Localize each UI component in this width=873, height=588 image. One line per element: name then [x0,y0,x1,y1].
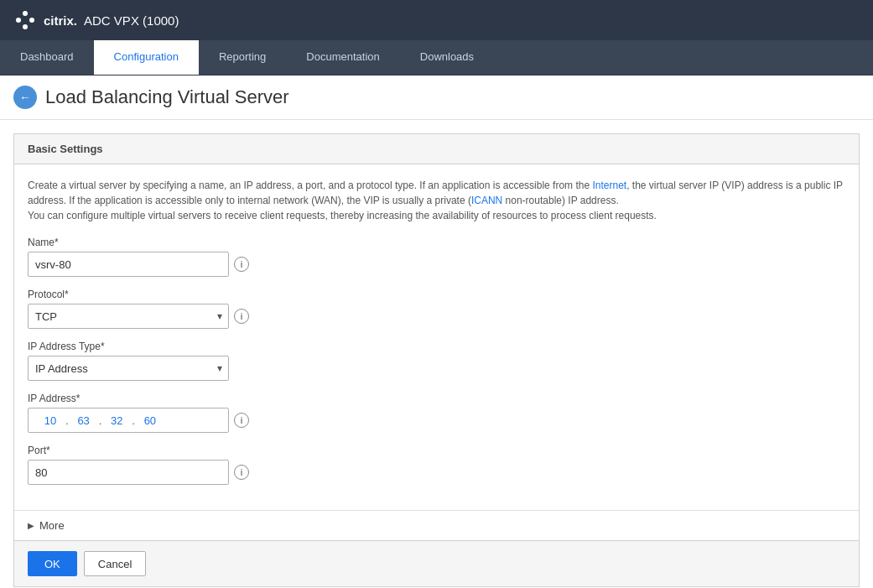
logo-area: citrix. ADC VPX (1000) [13,8,179,32]
svg-point-2 [29,18,34,23]
ip-octet-1[interactable] [35,414,65,427]
page-title-bar: ← Load Balancing Virtual Server [0,75,873,120]
ip-address-type-field: IP Address Type* IP Address Non Addressa… [28,341,845,381]
form-footer: OK Cancel [14,540,859,586]
citrix-text: citrix. [44,13,77,28]
ip-octet-2[interactable] [69,414,99,427]
ip-address-info-icon[interactable]: i [234,413,249,428]
ip-octet-4[interactable] [135,414,165,427]
protocol-select[interactable]: TCP HTTP HTTPS UDP SSL FTP [28,304,229,329]
main-content: ← Load Balancing Virtual Server Basic Se… [0,75,873,588]
tab-downloads[interactable]: Downloads [400,40,494,75]
ip-address-type-select-wrapper: IP Address Non Addressable IPv6 [28,356,229,381]
protocol-select-wrapper: TCP HTTP HTTPS UDP SSL FTP [28,304,229,329]
protocol-label: Protocol* [28,289,845,300]
more-arrow-icon: ▶ [28,521,34,530]
description-text: Create a virtual server by specifying a … [28,178,845,223]
tab-documentation[interactable]: Documentation [286,40,399,75]
ip-address-input-group: . . . i [28,408,845,433]
citrix-icon [13,8,37,32]
back-button[interactable]: ← [13,86,37,109]
more-label: More [39,519,65,532]
name-label: Name* [28,237,845,248]
form-card: Basic Settings Create a virtual server b… [13,133,860,587]
svg-point-3 [23,24,28,29]
page-title: Load Balancing Virtual Server [45,86,289,108]
ip-address-input: . . . [28,408,229,433]
port-label: Port* [28,445,845,456]
port-input-group: i [28,460,845,485]
ip-address-type-select[interactable]: IP Address Non Addressable IPv6 [28,356,229,381]
name-info-icon[interactable]: i [234,257,249,272]
app-title: ADC VPX (1000) [84,13,179,28]
tab-dashboard[interactable]: Dashboard [0,40,94,75]
protocol-info-icon[interactable]: i [234,309,249,324]
form-card-header: Basic Settings [14,134,859,164]
protocol-input-group: TCP HTTP HTTPS UDP SSL FTP i [28,304,845,329]
ok-button[interactable]: OK [28,551,77,576]
icann-link[interactable]: ICANN [471,195,502,206]
ip-address-field: IP Address* . . . i [28,393,845,433]
svg-point-1 [23,11,28,16]
tab-reporting[interactable]: Reporting [199,40,286,75]
internet-link[interactable]: Internet [592,180,626,191]
more-section[interactable]: ▶ More [14,510,859,540]
navigation: Dashboard Configuration Reporting Docume… [0,40,873,75]
protocol-field: Protocol* TCP HTTP HTTPS UDP SSL FTP i [28,289,845,329]
svg-point-0 [16,18,21,23]
header: citrix. ADC VPX (1000) [0,0,873,40]
cancel-button[interactable]: Cancel [84,551,146,576]
name-field: Name* i [28,237,845,277]
ip-address-type-label: IP Address Type* [28,341,845,352]
ip-address-type-input-group: IP Address Non Addressable IPv6 [28,356,845,381]
port-field: Port* i [28,445,845,485]
ip-octet-3[interactable] [101,414,132,427]
port-info-icon[interactable]: i [234,465,249,480]
form-card-body: Create a virtual server by specifying a … [14,164,859,510]
name-input[interactable] [28,252,229,277]
port-input[interactable] [28,460,229,485]
tab-configuration[interactable]: Configuration [94,40,199,75]
name-input-group: i [28,252,845,277]
ip-address-label: IP Address* [28,393,845,404]
